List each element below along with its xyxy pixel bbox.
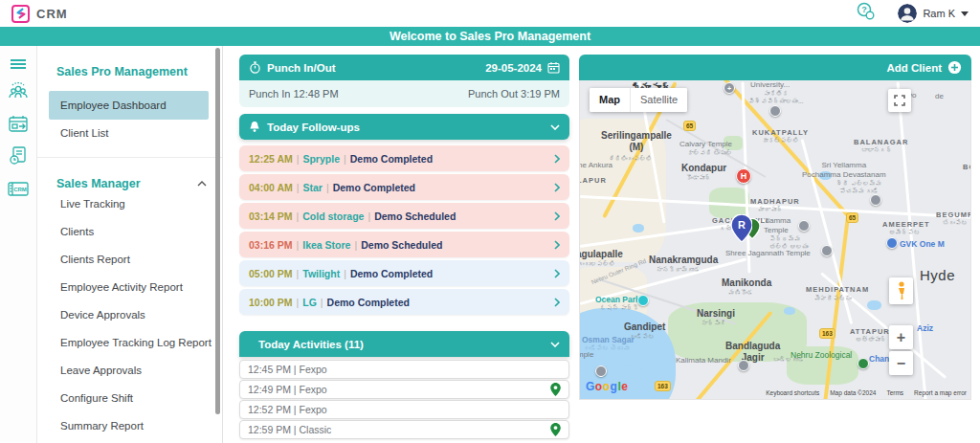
ocean-park-marker[interactable] <box>637 295 649 306</box>
activity-row[interactable]: 12:52 PM | Fexpo <box>239 400 569 419</box>
sidebar-item-configure-shift[interactable]: Configure Shift <box>49 385 222 412</box>
sidebar-section-sales-pro[interactable]: Sales Pro Management <box>56 65 222 78</box>
satellite-view-button[interactable]: Satellite <box>630 88 687 112</box>
add-client-button[interactable]: Add Client <box>887 62 943 74</box>
chevron-right-icon <box>554 269 560 278</box>
followup-item[interactable]: 10:00 PM|LG|Demo Completed <box>239 289 569 315</box>
help-chat-icon[interactable]: ? <box>856 2 877 25</box>
poi-marker[interactable] <box>769 105 781 117</box>
map-label: మణికొండ <box>728 289 753 297</box>
map-label: అమీర్పేట <box>889 229 921 236</box>
followup-item[interactable]: 03:16 PM|Ikea Store|Demo Scheduled <box>239 232 569 257</box>
sidebar: Sales Pro Management Employee Dashboard … <box>37 46 223 443</box>
map-data-label: Map data ©2024 <box>830 389 876 396</box>
followup-time: 03:14 PM <box>249 210 293 222</box>
chevron-down-icon[interactable] <box>550 342 560 347</box>
user-menu-caret-icon[interactable] <box>961 11 969 16</box>
calendar-icon[interactable] <box>547 61 560 74</box>
report-map-error-link[interactable]: Report a map error <box>914 389 967 396</box>
temple-marker[interactable] <box>595 365 607 377</box>
top-bar: CRM ? Ram K <box>0 0 980 27</box>
chevron-up-icon[interactable] <box>197 181 207 187</box>
sidebar-item-employee-dashboard[interactable]: Employee Dashboard <box>49 91 209 120</box>
followup-item[interactable]: 12:25 AM|Spryple|Demo Completed <box>239 145 569 171</box>
sidebar-item-clients[interactable]: Clients <box>49 218 222 246</box>
keyboard-shortcuts-link[interactable]: Keyboard shortcuts <box>766 389 819 396</box>
temple-marker[interactable]: + <box>724 82 735 94</box>
followup-item[interactable]: 04:00 AM|Star|Demo Completed <box>239 174 569 200</box>
followup-time: 04:00 AM <box>249 182 293 193</box>
followups-list: 12:25 AM|Spryple|Demo Completed 04:00 AM… <box>239 140 569 315</box>
zoom-out-button[interactable]: − <box>889 351 913 375</box>
followup-client: Twilight <box>302 268 340 279</box>
sidebar-item-summary-report[interactable]: Summary Report <box>49 412 222 440</box>
team-icon[interactable] <box>8 82 29 101</box>
map-view-button[interactable]: Map <box>590 88 630 112</box>
user-name[interactable]: Ram K <box>923 8 955 19</box>
user-avatar[interactable] <box>898 4 917 23</box>
crm-module-icon[interactable]: CRM <box>7 179 30 198</box>
chevron-right-icon <box>554 211 560 221</box>
sidebar-item-device-approvals[interactable]: Device Approvals <box>49 301 222 329</box>
terms-link[interactable]: Terms <box>886 389 903 396</box>
map-label: Chan <box>869 354 889 364</box>
map-road <box>666 119 767 178</box>
map-water <box>867 300 881 310</box>
map-label: Hyde <box>920 267 955 284</box>
employee-pin-r[interactable]: R <box>731 214 752 242</box>
chevron-down-icon[interactable] <box>550 124 560 130</box>
activity-row[interactable]: 12:49 PM | Fexpo <box>239 380 569 399</box>
map-park <box>724 136 743 150</box>
map-label: బాలానగర్ <box>861 146 893 154</box>
temple-marker[interactable] <box>738 360 749 371</box>
map-label: de <box>935 92 944 101</box>
followup-status: Demo Completed <box>327 297 410 308</box>
map-label: AMEERPET <box>882 220 930 229</box>
zoom-in-button[interactable]: + <box>889 325 913 349</box>
temple-marker[interactable] <box>870 194 881 206</box>
map-water <box>784 307 795 315</box>
google-logo[interactable]: Google <box>586 380 628 393</box>
sidebar-item-clients-report[interactable]: Clients Report <box>49 246 222 274</box>
temple-marker[interactable] <box>798 220 810 232</box>
hospital-marker[interactable]: H <box>736 168 751 184</box>
fullscreen-button[interactable] <box>888 89 911 112</box>
followup-status: Demo Scheduled <box>374 210 456 222</box>
activities-header[interactable]: Today Activities (11) <box>239 331 569 357</box>
activity-text: 12:49 PM | Fexpo <box>248 384 327 395</box>
sidebar-item-live-tracking[interactable]: Live Tracking <box>49 190 222 218</box>
followups-header[interactable]: Today Follow-ups <box>239 114 569 140</box>
followup-item[interactable]: 03:14 PM|Cold storage|Demo Scheduled <box>239 203 569 229</box>
svg-text:?: ? <box>862 5 868 14</box>
sidebar-item-employee-activity-report[interactable]: Employee Activity Report <box>49 274 222 301</box>
map-label: Kondapur <box>681 163 726 174</box>
followup-item[interactable]: 05:00 PM|Twilight|Demo Completed <box>239 260 569 286</box>
followups-title: Today Follow-ups <box>267 122 360 133</box>
map-label: బేగంపేట <box>943 219 968 227</box>
map-canvas[interactable]: H R + Map Satellite <box>579 80 971 400</box>
zoo-marker[interactable] <box>858 358 869 369</box>
sidebar-scrollbar[interactable] <box>215 48 220 414</box>
punch-out-time: Punch Out 3:19 PM <box>468 88 560 100</box>
temple-marker[interactable] <box>821 245 833 256</box>
sidebar-item-leave-approvals[interactable]: Leave Approvals <box>49 357 222 385</box>
activities-list: 12:45 PM | Fexpo 12:49 PM | Fexpo 12:52 … <box>239 357 569 439</box>
location-pin-icon[interactable] <box>550 423 561 436</box>
sidebar-item-client-list[interactable]: Client List <box>49 120 222 147</box>
report-clock-icon[interactable] <box>8 145 29 166</box>
menu-icon[interactable] <box>10 58 27 70</box>
plus-circle-icon[interactable] <box>947 60 962 75</box>
punch-date[interactable]: 29-05-2024 <box>485 62 542 74</box>
activity-row[interactable]: 12:45 PM | Fexpo <box>239 360 569 379</box>
gvk-one-marker[interactable] <box>886 237 898 249</box>
activity-row[interactable]: 12:59 PM | Classic <box>239 420 569 439</box>
sidebar-section-title: Sales Manager <box>56 177 141 190</box>
location-pin-icon[interactable] <box>550 383 561 396</box>
attendance-calendar-icon[interactable] <box>8 114 29 133</box>
pegman-control[interactable] <box>889 277 913 304</box>
map-label: కొండాపూర్ <box>686 174 711 182</box>
sidebar-item-employee-tracking-log-report[interactable]: Employee Tracking Log Report <box>49 329 222 357</box>
app-logo-icon[interactable] <box>11 5 30 23</box>
svg-text:CRM: CRM <box>13 187 27 192</box>
sidebar-section-sales-manager[interactable]: Sales Manager <box>56 177 207 190</box>
